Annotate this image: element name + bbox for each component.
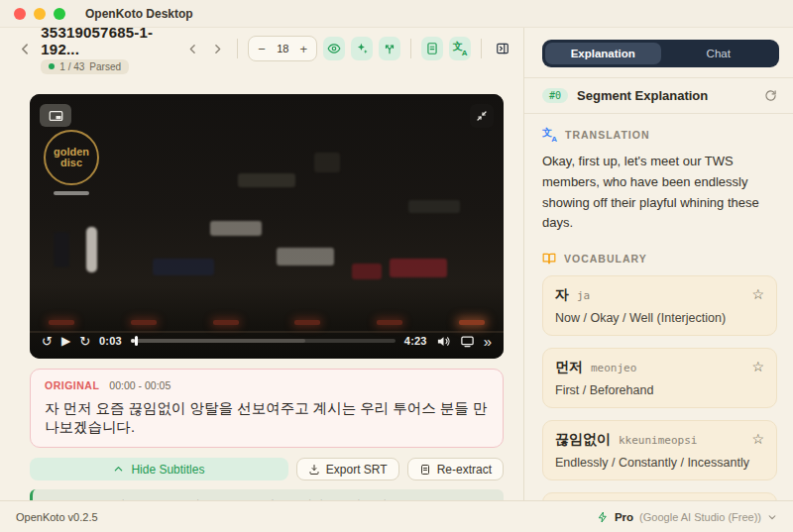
pip-icon	[49, 110, 63, 122]
tab-chat[interactable]: Chat	[661, 43, 777, 64]
translate-icon: 文A	[542, 128, 557, 142]
explanation-panel: Explanation Chat #0 Segment Explanation …	[523, 28, 793, 500]
translate-button[interactable]: 文A	[449, 37, 471, 60]
segment-index-badge: #0	[542, 88, 568, 103]
current-time: 0:03	[99, 335, 122, 347]
close-window-button[interactable]	[14, 8, 26, 20]
vocab-card[interactable]: 끊임없이 kkeunimeopsi ☆ Endlessly / Constant…	[542, 420, 777, 480]
cast-display-icon[interactable]	[460, 334, 475, 349]
translation-header-label: TRANSLATION	[565, 129, 649, 141]
download-icon	[308, 464, 320, 476]
original-subtitle-card: ORIGINAL 00:00 - 00:05 자 먼저 요즘 끊임없이 앙탈을 …	[30, 369, 504, 448]
vocab-definition: First / Beforehand	[555, 383, 764, 397]
vocab-definition: Endlessly / Constantly / Incessantly	[555, 456, 764, 470]
original-text: 자 먼저 요즘 끊임없이 앙탈을 선보여주고 계시는 우리 투어스 분들 만나보…	[45, 399, 489, 437]
divider	[237, 39, 238, 58]
toggle-right-panel-button[interactable]	[492, 37, 513, 60]
book-icon	[542, 252, 556, 266]
video-frame	[30, 94, 504, 359]
chevron-down-icon	[767, 512, 777, 522]
panel-tabs: Explanation Chat	[542, 40, 779, 67]
eye-icon	[327, 42, 341, 55]
star-bookmark-icon[interactable]: ☆	[751, 360, 764, 373]
split-segment-button[interactable]	[379, 37, 400, 60]
vocabulary-section-header: VOCABULARY	[542, 252, 777, 266]
vocab-definition: Now / Okay / Well (Interjection)	[555, 311, 764, 325]
re-extract-button[interactable]: Re-extract	[407, 458, 504, 480]
total-time: 4:23	[404, 335, 427, 347]
segment-header: #0 Segment Explanation	[524, 78, 793, 113]
vocab-word: 먼저	[555, 359, 583, 376]
app-version: OpenKoto v0.2.5	[16, 511, 98, 523]
transcript-button[interactable]	[421, 37, 443, 60]
vocab-card[interactable]: 앙탈 angtal ☆ Playful whining / Grumbling …	[542, 492, 777, 500]
volume-icon[interactable]	[436, 334, 451, 349]
chevron-left-icon	[19, 43, 32, 55]
left-panel: 35319057685-1-192... 1 / 43 Parsed − 18 …	[0, 28, 523, 500]
segment-count: 1 / 43	[59, 61, 84, 72]
hide-subtitles-label: Hide Subtitles	[131, 463, 204, 477]
play-button[interactable]: ▶	[61, 335, 70, 347]
vocab-card[interactable]: 먼저 meonjeo ☆ First / Beforehand	[542, 348, 777, 408]
font-size-increase-button[interactable]: +	[296, 42, 310, 56]
ai-enhance-button[interactable]	[351, 37, 373, 60]
export-srt-label: Export SRT	[326, 463, 388, 477]
vocab-card[interactable]: 자 ja ☆ Now / Okay / Well (Interjection)	[542, 275, 777, 336]
font-size-stepper: − 18 +	[248, 36, 317, 61]
collapse-video-button[interactable]	[470, 104, 494, 128]
translation-text: Okay, first up, let's meet our TWS membe…	[542, 152, 777, 234]
parsed-status-badge: 1 / 43 Parsed	[41, 59, 129, 74]
minimize-window-button[interactable]	[34, 8, 46, 20]
subtitle-list-item[interactable]: 00:00 자 먼저 요즘 끊임없이 앙탈을 선보여주고 계시는 우리 투어스 …	[30, 489, 504, 500]
titlebar: OpenKoto Desktop	[0, 0, 793, 28]
document-icon	[425, 42, 439, 55]
font-size-decrease-button[interactable]: −	[255, 42, 269, 56]
sparkles-icon	[355, 42, 369, 55]
original-label: ORIGINAL	[45, 379, 99, 391]
picture-in-picture-button[interactable]	[40, 104, 71, 127]
star-bookmark-icon[interactable]: ☆	[751, 432, 764, 446]
original-time-range: 00:00 - 00:05	[109, 379, 170, 391]
forward-10-icon[interactable]: ↻	[79, 335, 90, 348]
hide-subtitles-button[interactable]: Hide Subtitles	[30, 458, 288, 480]
tab-explanation[interactable]: Explanation	[545, 43, 661, 64]
vocab-word: 자	[555, 286, 569, 304]
status-dot-icon	[49, 63, 55, 69]
subtitle-controls-row: Hide Subtitles Export SRT Re-extract	[30, 458, 504, 480]
panel-right-icon	[496, 42, 510, 55]
document-icon	[419, 464, 431, 476]
provider-label: (Google AI Studio (Free))	[639, 511, 761, 523]
plan-selector[interactable]: Pro (Google AI Studio (Free))	[597, 511, 777, 523]
re-extract-label: Re-extract	[437, 463, 492, 477]
app-title: OpenKoto Desktop	[85, 7, 193, 21]
collapse-icon	[476, 110, 488, 122]
toggle-visibility-button[interactable]	[323, 37, 345, 60]
explanation-content[interactable]: 文A TRANSLATION Okay, first up, let's mee…	[524, 114, 793, 500]
vocab-romanization: kkeunimeopsi	[619, 434, 743, 447]
chevron-left-icon	[186, 43, 199, 55]
divider	[410, 39, 411, 58]
next-segment-button[interactable]	[208, 38, 227, 59]
seek-bar[interactable]	[131, 339, 396, 343]
rewind-10-icon[interactable]: ↺	[42, 335, 53, 348]
statusbar: OpenKoto v0.2.5 Pro (Google AI Studio (F…	[0, 500, 793, 532]
logo-subtext	[54, 191, 89, 195]
prev-segment-button[interactable]	[183, 38, 202, 59]
playhead-handle[interactable]	[135, 336, 138, 346]
stage-scene	[30, 94, 504, 359]
stage-footlights	[49, 320, 485, 325]
vocab-romanization: meonjeo	[591, 362, 743, 374]
split-branch-icon	[383, 42, 396, 55]
segment-title: Segment Explanation	[577, 88, 755, 103]
zoom-window-button[interactable]	[54, 8, 65, 20]
playback-speed-icon[interactable]: »	[484, 334, 492, 349]
refresh-explanation-button[interactable]	[764, 89, 777, 102]
export-srt-button[interactable]: Export SRT	[296, 458, 399, 480]
translate-icon: 文A	[453, 42, 468, 55]
star-bookmark-icon[interactable]: ☆	[751, 287, 764, 301]
video-player[interactable]: golden disc ↺ ▶ ↻ 0:03 4:23 »	[30, 94, 504, 359]
refresh-icon	[764, 89, 777, 102]
back-button[interactable]	[16, 38, 35, 59]
parsed-label: Parsed	[89, 61, 121, 72]
lightning-icon	[597, 511, 609, 523]
